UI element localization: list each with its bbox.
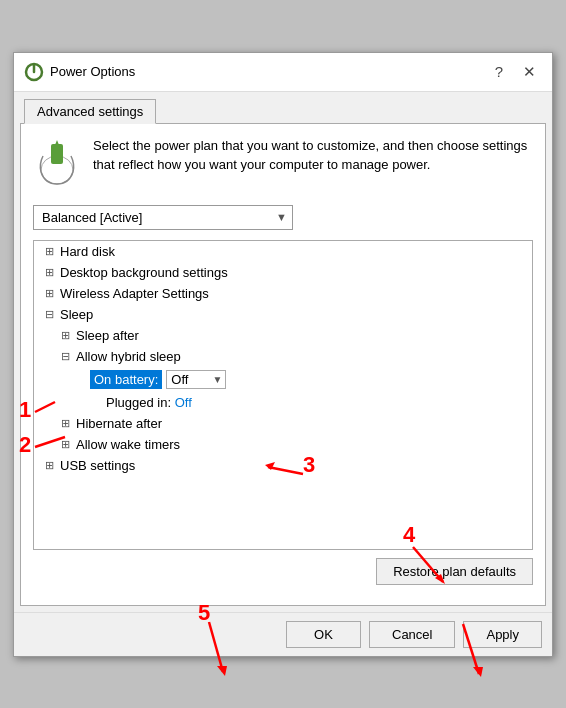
plugged-in-label: Plugged in: [106, 395, 175, 410]
expand-icon-hard-disk: ⊞ [42, 245, 56, 258]
plugged-in-value: Off [175, 395, 192, 410]
expand-icon-wireless: ⊞ [42, 287, 56, 300]
tree-label-wake-timers: Allow wake timers [76, 437, 180, 452]
tree-item-hard-disk[interactable]: ⊞ Hard disk [34, 241, 532, 262]
help-button[interactable]: ? [489, 61, 509, 82]
tree-item-sleep-after[interactable]: ⊞ Sleep after [34, 325, 532, 346]
on-battery-row: On battery: Off On ▼ [34, 367, 532, 392]
dropdown-row: Balanced [Active] High performance Power… [33, 205, 533, 230]
tree-item-desktop-bg[interactable]: ⊞ Desktop background settings [34, 262, 532, 283]
apply-button[interactable]: Apply [463, 621, 542, 648]
plan-dropdown-wrapper: Balanced [Active] High performance Power… [33, 205, 293, 230]
tree-label-hard-disk: Hard disk [60, 244, 115, 259]
tree-label-desktop-bg: Desktop background settings [60, 265, 228, 280]
svg-marker-17 [217, 666, 227, 676]
tree-item-wake-timers[interactable]: ⊞ Allow wake timers [34, 434, 532, 455]
tree-item-wireless[interactable]: ⊞ Wireless Adapter Settings [34, 283, 532, 304]
plugged-in-row: Plugged in: Off [34, 392, 532, 413]
tree-container[interactable]: ⊞ Hard disk ⊞ Desktop background setting… [33, 240, 533, 550]
title-bar: Power Options ? ✕ [14, 53, 552, 92]
tree-label-hibernate: Hibernate after [76, 416, 162, 431]
expand-icon-sleep: ⊟ [42, 308, 56, 321]
tree-label-sleep: Sleep [60, 307, 93, 322]
on-battery-dropdown[interactable]: Off On [166, 370, 226, 389]
tree-item-usb[interactable]: ⊞ USB settings [34, 455, 532, 476]
expand-icon-sleep-after: ⊞ [58, 329, 72, 342]
expand-icon-wake-timers: ⊞ [58, 438, 72, 451]
description-row: Select the power plan that you want to c… [33, 136, 533, 191]
expand-icon-usb: ⊞ [42, 459, 56, 472]
content-area: Select the power plan that you want to c… [20, 123, 546, 606]
restore-plan-defaults-button[interactable]: Restore plan defaults [376, 558, 533, 585]
power-icon-large [33, 136, 81, 188]
tree-label-wireless: Wireless Adapter Settings [60, 286, 209, 301]
expand-icon-desktop-bg: ⊞ [42, 266, 56, 279]
on-battery-dropdown-wrapper: Off On ▼ [166, 370, 226, 389]
tree-item-hybrid-sleep[interactable]: ⊟ Allow hybrid sleep [34, 346, 532, 367]
title-bar-left: Power Options [24, 62, 135, 82]
description-text: Select the power plan that you want to c… [93, 136, 533, 175]
tree-label-hybrid-sleep: Allow hybrid sleep [76, 349, 181, 364]
on-battery-label: On battery: [90, 370, 162, 389]
window-title: Power Options [50, 64, 135, 79]
advanced-settings-tab[interactable]: Advanced settings [24, 99, 156, 124]
tree-label-usb: USB settings [60, 458, 135, 473]
cancel-button[interactable]: Cancel [369, 621, 455, 648]
expand-icon-hybrid-sleep: ⊟ [58, 350, 72, 363]
window-icon [24, 62, 44, 82]
svg-marker-19 [473, 667, 483, 677]
power-icon-wrap [33, 136, 81, 191]
power-options-window: Power Options ? ✕ Advanced settings [13, 52, 553, 657]
tree-item-sleep[interactable]: ⊟ Sleep [34, 304, 532, 325]
expand-icon-hibernate: ⊞ [58, 417, 72, 430]
close-button[interactable]: ✕ [517, 61, 542, 83]
bottom-buttons-row: OK Cancel Apply [14, 612, 552, 656]
tree-label-sleep-after: Sleep after [76, 328, 139, 343]
tab-bar: Advanced settings [14, 92, 552, 123]
plan-dropdown[interactable]: Balanced [Active] High performance Power… [33, 205, 293, 230]
title-bar-buttons: ? ✕ [489, 61, 542, 83]
restore-row: Restore plan defaults [33, 558, 533, 585]
tree-item-hibernate[interactable]: ⊞ Hibernate after [34, 413, 532, 434]
ok-button[interactable]: OK [286, 621, 361, 648]
